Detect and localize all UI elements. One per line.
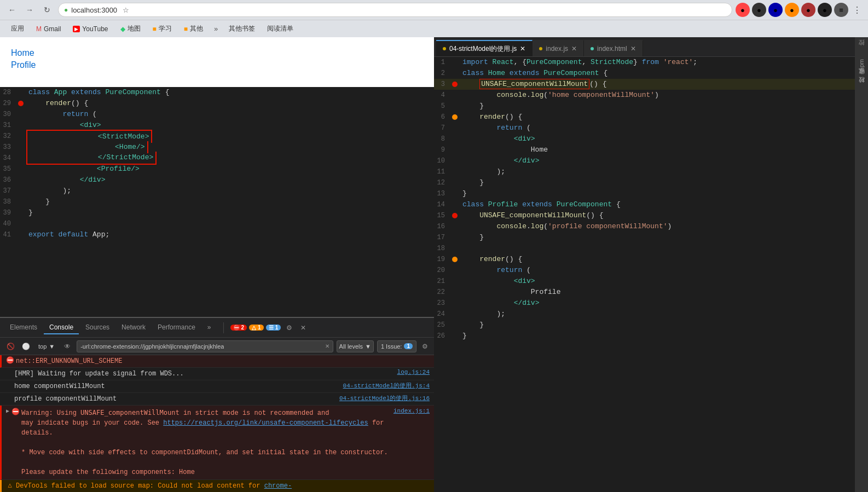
tab-close-2[interactable]: ✕ — [571, 45, 577, 53]
top-label: top — [38, 343, 47, 350]
close-devtools-icon[interactable]: ✕ — [297, 322, 309, 334]
rcode-line-1: 1 import React, {PureComponent, StrictMo… — [434, 57, 855, 68]
warning-link[interactable]: https://reactjs.org/link/unsafe-componen… — [163, 419, 368, 427]
left-code-scroll[interactable]: 28 class App extends PureComponent { 29 … — [0, 87, 434, 317]
warn-icon-6: △ — [6, 481, 14, 489]
tab-indexjs[interactable]: index.js ✕ — [533, 40, 584, 56]
app-links: Home Profile — [11, 48, 423, 70]
console-text-5d — [21, 438, 388, 448]
bookmark-more[interactable]: » — [211, 24, 221, 34]
console-text-5b: may indicate bugs in your code. See http… — [21, 418, 388, 428]
source-2[interactable]: log.js:24 — [397, 369, 430, 375]
code-line-34: 34 </StrictMode> — [0, 153, 434, 164]
bookmark-star[interactable]: ☆ — [123, 6, 129, 14]
tab-close-3[interactable]: ✕ — [630, 45, 636, 53]
title-bar: ← → ↻ ● localhost:3000 ☆ ● ● ● ● ● ● ≡ ⋮ — [0, 0, 868, 20]
reload-button[interactable]: ↻ — [39, 2, 55, 18]
bookmark-map-label: 地图 — [128, 24, 141, 33]
bookmark-readlist[interactable]: 阅读清单 — [263, 23, 298, 34]
bookmark-apps-label: 应用 — [11, 24, 24, 33]
bookmark-readlist-label: 阅读清单 — [267, 24, 293, 33]
bookmark-gmail-label: Gmail — [44, 25, 61, 33]
tab-elements[interactable]: Elements — [4, 321, 43, 334]
console-gear-icon[interactable]: ⚙ — [420, 341, 430, 351]
bookmark-apps[interactable]: ⁢ 应用 — [4, 23, 28, 34]
bp-6 — [452, 114, 458, 120]
toolbar-icon-5[interactable]: ● — [801, 3, 815, 17]
tab-console[interactable]: Console — [44, 321, 79, 334]
bookmark-gmail[interactable]: M Gmail — [32, 24, 65, 34]
warn-icon: △ — [252, 325, 256, 331]
right-code-scroll[interactable]: 1 import React, {PureComponent, StrictMo… — [434, 57, 855, 492]
profile-link[interactable]: Profile — [11, 60, 423, 70]
tab-label-1: 04-strictModel的使用.js — [449, 44, 517, 54]
levels-chevron-icon: ▼ — [365, 343, 371, 350]
tab-indexhtml[interactable]: index.html ✕ — [584, 40, 643, 56]
vertical-sidebar: 结构 控 npm 收藏 校对 — [855, 37, 868, 492]
source-5[interactable]: index.js:1 — [394, 408, 430, 414]
tab-close-1[interactable]: ✕ — [520, 45, 525, 53]
rcode-line-4: 4 console.log('home componentWillMount') — [434, 90, 855, 101]
console-tab-bar: Elements Console Sources Network Perform… — [4, 321, 217, 334]
bookmark-others[interactable]: 其他书签 — [224, 23, 259, 34]
folder2-icon: ■ — [184, 25, 188, 33]
toolbar-icon-6[interactable]: ● — [818, 3, 832, 17]
rcode-line-24: 24 ); — [434, 309, 855, 320]
expand-icon-5[interactable]: ▶ — [6, 408, 9, 414]
tab-performance[interactable]: Performance — [152, 321, 201, 334]
more-menu-button[interactable]: ⋮ — [850, 3, 864, 18]
issues-button[interactable]: 1 Issue: 1 — [377, 340, 416, 352]
tab-strictmodel[interactable]: 04-strictModel的使用.js ✕ — [436, 40, 533, 56]
eye-icon[interactable]: 👁 — [61, 340, 73, 352]
error-badge: ⛔ 2 — [230, 325, 247, 331]
toolbar-icon-7[interactable]: ≡ — [834, 3, 848, 17]
info-count: 1 — [275, 325, 279, 331]
toolbar-icon-4[interactable]: ● — [785, 3, 799, 17]
bookmark-other[interactable]: ■ 其他 — [180, 23, 207, 34]
right-editor: 04-strictModel的使用.js ✕ index.js ✕ index.… — [434, 37, 855, 492]
bp-15 — [452, 213, 458, 218]
bookmark-study[interactable]: ■ 学习 — [148, 23, 176, 34]
tab-network[interactable]: Network — [116, 321, 151, 334]
tab-dot-2 — [539, 47, 542, 50]
console-icons: ⛔ 2 △ 1 ☰ 1 ⚙ ✕ — [230, 322, 310, 334]
filter-clear-icon[interactable]: ✕ — [325, 343, 329, 349]
top-filter[interactable]: top ▼ — [35, 343, 58, 350]
rcode-line-13: 13 } — [434, 188, 855, 199]
back-button[interactable]: ← — [4, 2, 20, 18]
pause-icon[interactable]: ⚪ — [20, 340, 32, 352]
console-line-5-body: may indicate bugs in your code. See http… — [21, 418, 388, 477]
source-3[interactable]: 04-strictModel的使用.js:4 — [343, 381, 430, 390]
bookmark-youtube[interactable]: ▶ YouTube — [68, 24, 112, 34]
devtools-ext-link[interactable]: chrome-extension://fmkadmapgofadljbfkapd… — [16, 482, 320, 492]
console-output[interactable]: ⛔ net::ERR_UNKNOWN_URL_SCHEME [HMR] Wait… — [0, 355, 434, 492]
rcode-line-2: 2 class Home extends PureComponent { — [434, 68, 855, 79]
rcode-line-19: 19 render() { — [434, 254, 855, 265]
bp-19 — [452, 257, 458, 262]
code-line-35: 35 <Profile/> — [0, 164, 434, 175]
warn-badge: △ 1 — [249, 325, 264, 331]
filter-url-text: -url:chrome-extension://jgphnjokhljlcnna… — [80, 343, 224, 350]
tab-dot-3 — [591, 47, 594, 50]
top-dropdown-icon: ▼ — [49, 343, 55, 350]
console-line-5-header: ▶ ⛔ Warning: Using UNSAFE_componentWillM… — [6, 408, 430, 418]
code-line-33: 33 <Home/> — [0, 142, 434, 153]
toolbar-icon-1[interactable]: ● — [736, 3, 750, 17]
toolbar-icon-3[interactable]: ● — [768, 3, 783, 17]
code-line-41: 41 export default App; — [0, 229, 434, 240]
bookmark-map[interactable]: ◆ 地图 — [116, 23, 145, 34]
clear-console-icon[interactable]: 🚫 — [4, 340, 16, 352]
home-link[interactable]: Home — [11, 48, 423, 58]
rcode-line-7: 7 return ( — [434, 123, 855, 134]
forward-button[interactable]: → — [22, 2, 37, 18]
settings-icon[interactable]: ⚙ — [283, 322, 295, 334]
tab-sources[interactable]: Sources — [80, 321, 115, 334]
filter-url-bar[interactable]: -url:chrome-extension://jgphnjokhljlcnna… — [77, 340, 333, 352]
sidebar-item-npm[interactable]: npm — [858, 59, 865, 71]
address-bar[interactable]: ● localhost:3000 ☆ — [58, 3, 732, 17]
tab-more[interactable]: » — [202, 321, 217, 334]
issues-count: 1 — [407, 343, 410, 349]
toolbar-icon-2[interactable]: ● — [752, 3, 766, 17]
levels-dropdown[interactable]: All levels ▼ — [337, 340, 374, 352]
source-4[interactable]: 04-strictModel的使用.js:16 — [339, 394, 430, 402]
